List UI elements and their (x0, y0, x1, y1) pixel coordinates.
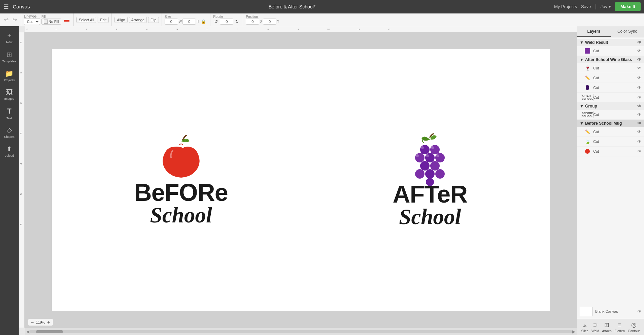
layer-eye-icon[interactable]: 👁 (637, 95, 641, 100)
sidebar-label-projects: Projects (4, 79, 15, 82)
edit-button[interactable]: Edit (98, 17, 109, 23)
svg-point-31 (435, 169, 445, 179)
svg-text:4: 4 (146, 28, 148, 31)
layer-item-wine-1[interactable]: 🍷 Cut 👁 (577, 63, 644, 73)
layer-eye-icon[interactable]: 👁 (637, 149, 641, 154)
canvas-preview-section: Blank Canvas 👁 (577, 304, 644, 319)
canvas-content: BeFORe School (52, 49, 550, 311)
user-menu[interactable]: Joy ▾ (601, 4, 611, 9)
fill-button[interactable]: No Fill (41, 19, 61, 25)
menu-button[interactable]: ☰ (3, 3, 9, 10)
rotate-input[interactable] (220, 19, 233, 25)
height-input[interactable] (182, 19, 196, 25)
layer-item-group-1[interactable]: BEFORESCHOOL Cut 👁 (577, 110, 644, 120)
weld-button[interactable]: ⊃ Weld (591, 321, 599, 333)
canvas-workspace[interactable]: BeFORe School (25, 32, 577, 328)
flip-button[interactable]: Flip (148, 17, 159, 23)
layer-eye-icon[interactable]: 👁 (637, 112, 641, 117)
layer-group-group[interactable]: ▼ Group 👁 (577, 102, 644, 110)
scroll-thumb-h[interactable] (36, 330, 63, 333)
weld-visibility-toggle[interactable]: 👁 (637, 40, 641, 45)
layer-group-mug[interactable]: ▼ Before School Mug 👁 (577, 120, 644, 127)
svg-text:8: 8 (267, 28, 269, 31)
sidebar-item-new[interactable]: + New (1, 29, 18, 47)
svg-text:0: 0 (27, 28, 28, 31)
zoom-out-button[interactable]: − (30, 319, 34, 325)
my-projects-link[interactable]: My Projects (554, 4, 577, 9)
layer-eye-icon[interactable]: 👁 (637, 85, 641, 90)
layer-item-wine-3[interactable]: Cut 👁 (577, 83, 644, 93)
scroll-right-button[interactable]: ▶ (572, 329, 575, 334)
layer-item-wine-4[interactable]: AFTERSCHOOL Cut 👁 (577, 93, 644, 102)
canvas-preview-label: Blank Canvas (595, 309, 618, 313)
projects-icon: 📁 (5, 69, 13, 78)
attach-button[interactable]: ⊞ Attach (602, 321, 611, 333)
collapse-icon: ▼ (580, 104, 584, 109)
sidebar-item-projects[interactable]: 📁 Projects (1, 67, 18, 84)
arrange-button[interactable]: Arrange (129, 17, 147, 23)
chevron-down-icon: ▾ (609, 4, 611, 9)
layer-eye-icon[interactable]: 👁 (637, 139, 641, 144)
layer-eye-icon[interactable]: 👁 (637, 49, 641, 53)
layer-label: Cut (593, 49, 635, 53)
ruler-left: 0 1 2 3 4 5 6 (19, 32, 25, 328)
svg-text:2: 2 (20, 102, 23, 104)
flatten-button[interactable]: ≡ Flatten (615, 322, 625, 333)
make-it-button[interactable]: Make It (615, 2, 641, 11)
collapse-icon: ▼ (580, 40, 584, 45)
layer-item-mug-3[interactable]: Cut 👁 (577, 147, 644, 156)
rotate-right-button[interactable]: ↻ (234, 19, 240, 25)
layer-eye-icon[interactable]: 👁 (637, 75, 641, 80)
layer-eye-icon[interactable]: 👁 (637, 129, 641, 134)
templates-icon: ⊞ (6, 51, 12, 59)
after-script-text: School (393, 206, 468, 228)
horizontal-scrollbar[interactable]: ◀ ▶ (25, 328, 577, 335)
wine-visibility-toggle[interactable]: 👁 (637, 57, 641, 62)
save-button[interactable]: Save (581, 4, 591, 9)
zoom-in-button[interactable]: + (46, 319, 50, 325)
sidebar-item-images[interactable]: 🖼 Images (1, 86, 18, 103)
linetype-select[interactable]: Cut (24, 18, 40, 25)
rotate-label: Rotate (213, 15, 240, 19)
group-visibility-toggle[interactable]: 👁 (637, 104, 641, 109)
after-school-group[interactable]: AFTeR School (393, 132, 468, 227)
layer-item-mug-1[interactable]: ✏️ Cut 👁 (577, 127, 644, 137)
layer-item-wine-2[interactable]: ✏️ Cut 👁 (577, 73, 644, 83)
before-school-group[interactable]: BeFORe School (134, 134, 228, 226)
slice-button[interactable]: ⟁ Slice (581, 322, 588, 333)
sidebar-item-text[interactable]: T Text (1, 104, 18, 122)
layer-item-mug-2[interactable]: 🍃 Cut 👁 (577, 137, 644, 147)
svg-text:6: 6 (207, 28, 208, 31)
canvas-preview-thumbnail (580, 307, 592, 316)
undo-button[interactable]: ↩ (3, 16, 10, 24)
align-button[interactable]: Align (114, 17, 127, 23)
scroll-left-button[interactable]: ◀ (26, 329, 29, 334)
fill-color-button[interactable]: ▬ (63, 16, 71, 24)
select-all-button[interactable]: Select All (76, 17, 96, 23)
scroll-track-h[interactable] (29, 330, 572, 333)
redo-button[interactable]: ↪ (11, 16, 18, 24)
contour-button[interactable]: ◎ Contour (628, 321, 640, 333)
sidebar-item-templates[interactable]: ⊞ Templates (1, 48, 18, 65)
layer-eye-icon[interactable]: 👁 (637, 66, 641, 70)
layer-group-wine-glass[interactable]: ▼ After School Wine Glass 👁 (577, 56, 644, 63)
layer-thumb-before-text: BEFORESCHOOL (584, 111, 591, 118)
layer-thumb-mug-leaf: 🍃 (584, 138, 591, 145)
canvas-preview-eye[interactable]: 👁 (637, 309, 641, 314)
sidebar-item-upload[interactable]: ⬆ Upload (1, 142, 18, 160)
ruler-top: 0 1 2 3 4 5 6 7 8 9 10 11 12 (25, 26, 577, 32)
mug-visibility-toggle[interactable]: 👁 (637, 121, 641, 126)
lock-ratio-button[interactable]: 🔒 (200, 19, 207, 25)
x-input[interactable] (246, 19, 259, 25)
right-panel-tabs: Layers Color Sync (577, 26, 644, 37)
y-input[interactable] (263, 19, 276, 25)
svg-point-33 (421, 146, 424, 149)
layer-group-weld-result[interactable]: ▼ Weld Result 👁 (577, 39, 644, 46)
layer-item-weld-cut[interactable]: Cut 👁 (577, 46, 644, 56)
layer-thumb-pencil: ✏️ (584, 74, 591, 82)
tab-color-sync[interactable]: Color Sync (611, 26, 644, 37)
width-input[interactable] (165, 19, 178, 25)
tab-layers[interactable]: Layers (577, 26, 611, 37)
rotate-left-button[interactable]: ↺ (213, 19, 219, 25)
sidebar-item-shapes[interactable]: ◇ Shapes (1, 123, 18, 141)
